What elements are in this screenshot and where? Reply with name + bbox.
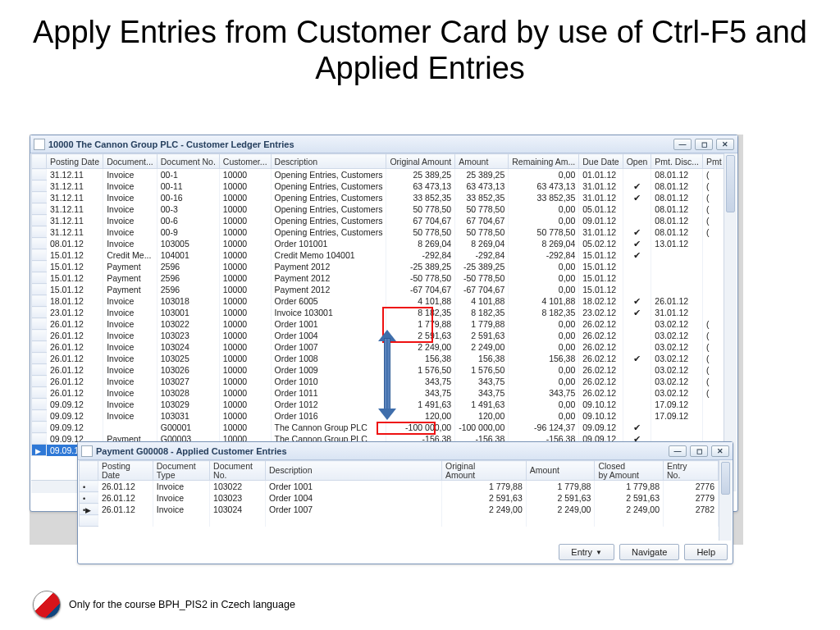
table-row[interactable]: 31.12.11Invoice00-1610000Opening Entries…: [32, 192, 724, 203]
workspace: 10000 The Cannon Group PLC - Customer Le…: [30, 135, 743, 545]
table-row[interactable]: 15.01.12Payment259610000Payment 2012-50 …: [32, 272, 724, 284]
table-row[interactable]: 08.01.12Invoice10300510000Order 1010018 …: [32, 238, 724, 249]
col-header[interactable]: PostingDate: [98, 461, 153, 481]
titlebar-main[interactable]: 10000 The Cannon Group PLC - Customer Le…: [30, 135, 737, 153]
maximize-button[interactable]: ◻: [690, 445, 708, 457]
table-row[interactable]: 26.01.12Invoice10302610000Order 10091 57…: [32, 364, 724, 376]
table-row[interactable]: 23.01.12Invoice10300110000Invoice 103001…: [32, 307, 724, 318]
col-header[interactable]: Original Amount: [386, 154, 455, 169]
col-header[interactable]: Due Date: [579, 154, 623, 169]
table-row[interactable]: 26.01.12Invoice10302710000Order 1010343,…: [32, 376, 724, 387]
close-button[interactable]: ✕: [711, 445, 729, 457]
table-row[interactable]: 31.12.11Invoice00-910000Opening Entries,…: [32, 226, 724, 238]
table-row[interactable]: 15.01.12Payment259610000Payment 2012-67 …: [32, 284, 724, 295]
window-buttons-sub: Entry▼ Navigate Help: [559, 544, 728, 560]
table-row[interactable]: 26.01.12Invoice10302310000Order 10042 59…: [32, 330, 724, 341]
col-header[interactable]: Pmt: [703, 154, 724, 169]
col-header[interactable]: OriginalAmount: [442, 461, 527, 481]
minimize-button[interactable]: —: [673, 139, 692, 150]
close-button[interactable]: ✕: [716, 139, 734, 150]
table-row[interactable]: [80, 515, 719, 527]
maximize-button[interactable]: ◻: [695, 139, 713, 150]
applied-grid[interactable]: PostingDateDocumentTypeDocumentNo.Descri…: [79, 460, 719, 541]
footer: Only for the course BPH_PIS2 in Czech la…: [33, 591, 295, 619]
table-row[interactable]: 09.09.12Invoice10302910000Order 10121 49…: [32, 399, 724, 410]
table-row[interactable]: 31.12.11Invoice00-310000Opening Entries,…: [32, 203, 724, 215]
table-row[interactable]: 26.01.12Invoice10302810000Order 1011343,…: [32, 387, 724, 399]
slide-title: Apply Entries from Customer Card by use …: [0, 0, 840, 93]
window-title-sub: Payment G00008 - Applied Customer Entrie…: [96, 446, 287, 456]
table-row[interactable]: 26.01.12Invoice10302410000Order 10072 24…: [32, 341, 724, 353]
table-row[interactable]: 26.01.12Invoice10302210000Order 10011 77…: [32, 318, 724, 330]
table-row[interactable]: 31.12.11Invoice00-110000Opening Entries,…: [32, 169, 724, 180]
table-row[interactable]: 09.09.12G0000110000The Cannon Group PLC-…: [32, 422, 724, 433]
col-header[interactable]: Posting Date: [47, 154, 103, 169]
window-icon: [34, 139, 45, 150]
table-row[interactable]: 26.01.12Invoice10302510000Order 1008156,…: [32, 353, 724, 364]
help-button[interactable]: Help: [684, 544, 728, 560]
col-header[interactable]: Amount: [526, 461, 595, 481]
czech-flag-icon: [33, 591, 61, 619]
table-row[interactable]: •26.01.12Invoice103022Order 10011 779,88…: [80, 481, 719, 492]
col-header[interactable]: Amount: [455, 154, 509, 169]
col-header[interactable]: Document...: [103, 154, 158, 169]
table-row[interactable]: 31.12.11Invoice00-610000Opening Entries,…: [32, 215, 724, 226]
navigate-button[interactable]: Navigate: [619, 544, 679, 560]
entry-button[interactable]: Entry▼: [559, 544, 614, 560]
table-row[interactable]: 15.01.12Payment259610000Payment 2012-25 …: [32, 261, 724, 272]
table-row[interactable]: 18.01.12Invoice10301810000Order 60054 10…: [32, 295, 724, 307]
titlebar-sub[interactable]: Payment G00008 - Applied Customer Entrie…: [78, 442, 733, 460]
col-header[interactable]: Closedby Amount: [595, 461, 664, 481]
footnote: Only for the course BPH_PIS2 in Czech la…: [69, 599, 295, 610]
col-header[interactable]: Remaining Am...: [509, 154, 579, 169]
window-applied-entries: Payment G00008 - Applied Customer Entrie…: [77, 441, 733, 564]
table-row[interactable]: •▶26.01.12Invoice103024Order 10072 249,0…: [80, 504, 719, 515]
col-header[interactable]: Pmt. Disc...: [651, 154, 703, 169]
col-header[interactable]: Document No.: [157, 154, 219, 169]
ledger-grid[interactable]: Posting DateDocument...Document No.Custo…: [31, 153, 724, 480]
window-title-main: 10000 The Cannon Group PLC - Customer Le…: [48, 139, 294, 149]
col-header[interactable]: Customer...: [219, 154, 271, 169]
table-row[interactable]: •26.01.12Invoice103023Order 10042 591,63…: [80, 492, 719, 504]
window-icon: [81, 445, 93, 457]
scrollbar-vertical[interactable]: [719, 460, 732, 541]
caret-down-icon: ▼: [596, 549, 602, 556]
col-header[interactable]: EntryNo.: [664, 461, 719, 481]
col-header[interactable]: Description: [265, 461, 441, 481]
table-row[interactable]: 15.01.12Credit Me...10400110000Credit Me…: [32, 249, 724, 261]
table-row[interactable]: 31.12.11Invoice00-1110000Opening Entries…: [32, 180, 724, 192]
col-header[interactable]: DocumentNo.: [210, 461, 266, 481]
minimize-button[interactable]: —: [669, 445, 687, 457]
table-row[interactable]: 09.09.12Invoice10303110000Order 1016120,…: [32, 410, 724, 422]
col-header[interactable]: Open: [623, 154, 651, 169]
col-header[interactable]: DocumentType: [153, 461, 209, 481]
col-header[interactable]: Description: [271, 154, 386, 169]
